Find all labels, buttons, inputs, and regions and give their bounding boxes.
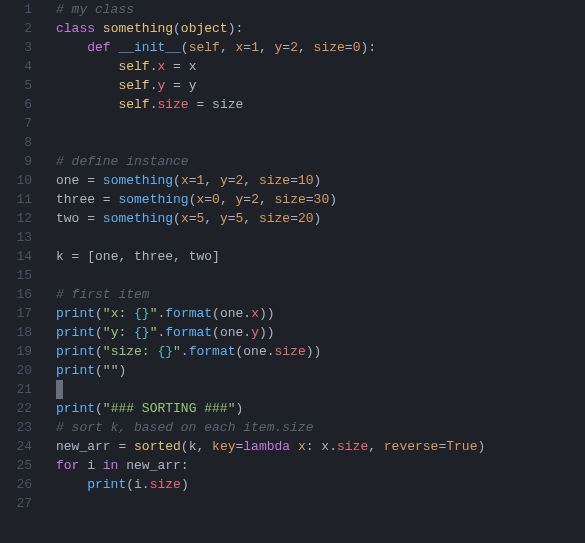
- token-esc: {}: [134, 325, 150, 340]
- token-text: i: [134, 477, 142, 492]
- code-line[interactable]: [56, 133, 585, 152]
- token-punc: (: [173, 211, 181, 226]
- code-line[interactable]: one = something(x=1, y=2, size=10): [56, 171, 585, 190]
- token-self: self: [118, 59, 149, 74]
- token-punc: ,: [243, 173, 259, 188]
- code-line[interactable]: [56, 266, 585, 285]
- code-line[interactable]: [56, 380, 585, 399]
- code-line[interactable]: print("y: {}".format(one.y)): [56, 323, 585, 342]
- token-punc: ,: [259, 40, 275, 55]
- token-text: one: [243, 344, 266, 359]
- token-op: =: [345, 40, 353, 55]
- line-number: 3: [0, 38, 32, 57]
- token-punc: ,: [220, 40, 236, 55]
- token-param: size: [314, 40, 345, 55]
- token-punc: ,: [204, 173, 220, 188]
- token-punc: (: [95, 401, 103, 416]
- token-text: new_arr: [118, 458, 180, 473]
- token-class: something: [103, 21, 173, 36]
- line-number: 12: [0, 209, 32, 228]
- code-line[interactable]: for i in new_arr:: [56, 456, 585, 475]
- token-punc: (: [95, 306, 103, 321]
- token-punc: )): [259, 306, 275, 321]
- token-param: reverse: [384, 439, 439, 454]
- token-text: [95, 21, 103, 36]
- token-number: 20: [298, 211, 314, 226]
- token-text: i: [79, 458, 102, 473]
- token-punc: ,: [173, 249, 189, 264]
- token-param: x: [181, 173, 189, 188]
- token-text: one: [220, 306, 243, 321]
- token-text: [56, 78, 118, 93]
- code-line[interactable]: [56, 494, 585, 513]
- token-punc: .: [181, 344, 189, 359]
- token-func: print: [56, 363, 95, 378]
- line-number: 23: [0, 418, 32, 437]
- token-text: size: [204, 97, 243, 112]
- code-line[interactable]: self.y = y: [56, 76, 585, 95]
- token-param: self: [189, 40, 220, 55]
- token-string: "### SORTING ###": [103, 401, 236, 416]
- token-ident: size: [150, 477, 181, 492]
- token-punc: :: [306, 439, 322, 454]
- token-op: =: [204, 192, 212, 207]
- line-number: 1: [0, 0, 32, 19]
- code-line[interactable]: self.x = x: [56, 57, 585, 76]
- code-line[interactable]: print(i.size): [56, 475, 585, 494]
- token-punc: (: [212, 306, 220, 321]
- code-editor[interactable]: 1234567891011121314151617181920212223242…: [0, 0, 585, 543]
- token-string: ": [173, 344, 181, 359]
- token-self: self: [118, 97, 149, 112]
- token-punc: :: [181, 458, 189, 473]
- line-number: 8: [0, 133, 32, 152]
- token-punc: )): [306, 344, 322, 359]
- code-area[interactable]: # my classclass something(object): def _…: [48, 0, 585, 543]
- code-line[interactable]: new_arr = sorted(k, key=lambda x: x.size…: [56, 437, 585, 456]
- code-line[interactable]: [56, 114, 585, 133]
- token-punc: (: [95, 325, 103, 340]
- token-punc: ]: [212, 249, 220, 264]
- token-keyword: class: [56, 21, 95, 36]
- token-ident: size: [157, 97, 188, 112]
- token-func: something: [103, 211, 173, 226]
- token-text: [290, 439, 298, 454]
- token-text: one: [56, 173, 87, 188]
- line-number: 24: [0, 437, 32, 456]
- token-punc: ): [314, 211, 322, 226]
- line-number: 5: [0, 76, 32, 95]
- line-number: 6: [0, 95, 32, 114]
- token-func: format: [189, 344, 236, 359]
- code-line[interactable]: self.size = size: [56, 95, 585, 114]
- code-line[interactable]: class something(object):: [56, 19, 585, 38]
- token-op: =: [189, 173, 197, 188]
- code-line[interactable]: print("size: {}".format(one.size)): [56, 342, 585, 361]
- line-number: 21: [0, 380, 32, 399]
- token-text: three: [56, 192, 103, 207]
- token-func: print: [56, 401, 95, 416]
- token-punc: (: [181, 439, 189, 454]
- code-line[interactable]: print("### SORTING ###"): [56, 399, 585, 418]
- code-line[interactable]: # first item: [56, 285, 585, 304]
- token-punc: ,: [298, 40, 314, 55]
- line-number: 15: [0, 266, 32, 285]
- token-func: print: [87, 477, 126, 492]
- token-punc: .: [142, 477, 150, 492]
- token-string: "x:: [103, 306, 134, 321]
- code-line[interactable]: print("x: {}".format(one.x)): [56, 304, 585, 323]
- token-param: size: [259, 173, 290, 188]
- token-punc: ,: [118, 249, 134, 264]
- token-punc: (: [173, 21, 181, 36]
- token-keyword: for: [56, 458, 79, 473]
- code-line[interactable]: print(""): [56, 361, 585, 380]
- code-line[interactable]: # my class: [56, 0, 585, 19]
- code-line[interactable]: # define instance: [56, 152, 585, 171]
- code-line[interactable]: two = something(x=5, y=5, size=20): [56, 209, 585, 228]
- code-line[interactable]: [56, 228, 585, 247]
- code-line[interactable]: def __init__(self, x=1, y=2, size=0):: [56, 38, 585, 57]
- token-number: 30: [314, 192, 330, 207]
- code-line[interactable]: # sort k, based on each item.size: [56, 418, 585, 437]
- code-line[interactable]: k = [one, three, two]: [56, 247, 585, 266]
- code-line[interactable]: three = something(x=0, y=2, size=30): [56, 190, 585, 209]
- token-punc: (: [181, 40, 189, 55]
- token-const: True: [446, 439, 477, 454]
